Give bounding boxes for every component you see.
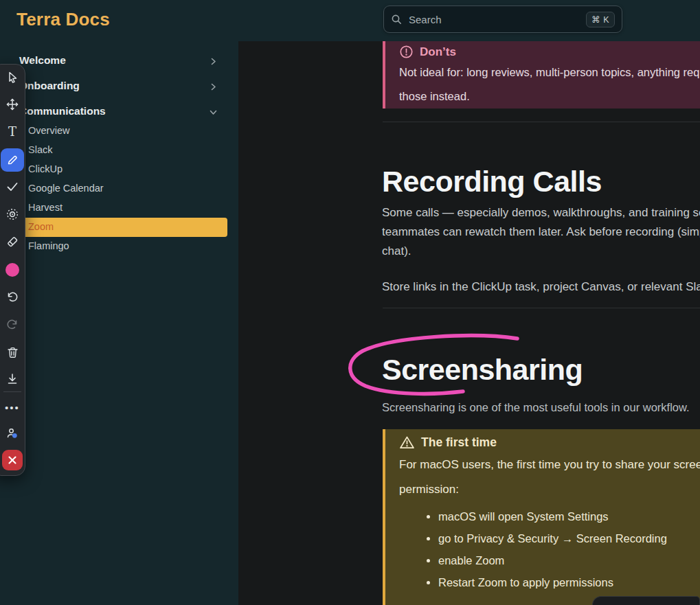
sidebar-item-label: Slack <box>28 144 52 155</box>
first-time-callout-text: permission: <box>399 483 700 495</box>
bullet-icon <box>427 515 430 518</box>
sidebar-item-zoom-active[interactable]: Zoom <box>0 218 227 237</box>
sidebar-item-clickup[interactable]: ClickUp <box>0 160 238 179</box>
recording-paragraph: Some calls — especially demos, walkthrou… <box>382 203 700 261</box>
list-item: enable Zoom <box>399 556 700 565</box>
section-divider <box>383 122 700 122</box>
chevron-down-icon <box>209 108 218 117</box>
bullet-icon <box>427 581 430 584</box>
sidebar-item-label: Communications <box>19 105 106 117</box>
first-time-bullet-list: macOS will open System Settings go to Pr… <box>399 512 700 587</box>
sidebar-item-label: ClickUp <box>28 163 63 174</box>
eraser-icon[interactable] <box>3 232 22 251</box>
download-icon[interactable] <box>3 369 22 389</box>
screensharing-heading: Screensharing <box>382 353 583 387</box>
sidebar-item-overview[interactable]: Overview <box>0 122 238 141</box>
sidebar-item-slack[interactable]: Slack <box>0 141 238 160</box>
section-divider <box>383 308 700 308</box>
checkmark-icon[interactable] <box>3 177 22 196</box>
search-placeholder: Search <box>409 14 586 25</box>
store-links-paragraph: Store links in the ClickUp task, project… <box>382 277 700 297</box>
donts-callout-text: those instead. <box>399 91 700 102</box>
sidebar-item-label: Overview <box>28 125 69 136</box>
sidebar-item-label: Harvest <box>28 202 63 213</box>
redo-icon[interactable] <box>3 315 22 334</box>
pen-icon[interactable] <box>1 148 24 172</box>
paragraph-line: Some calls — especially demos, walkthrou… <box>382 203 700 222</box>
sidebar-item-communications[interactable]: Communications <box>0 104 238 119</box>
sidebar-item-label: Welcome <box>19 54 66 67</box>
sidebar: Welcome Onboarding Communications Overvi… <box>0 41 238 605</box>
text-tool-icon[interactable]: T <box>3 122 22 141</box>
annotation-toolbar: T <box>0 64 25 476</box>
first-time-callout-text: For macOS users, the first time you try … <box>399 459 700 470</box>
list-item: go to Privacy & Security → Screen Record… <box>399 534 700 543</box>
bullet-text: go to Privacy & Security → Screen Record… <box>438 532 667 545</box>
recording-calls-heading: Recording Calls <box>382 165 602 198</box>
bullet-icon <box>427 559 430 562</box>
color-swatch[interactable] <box>3 260 22 279</box>
chevron-right-icon <box>209 82 218 91</box>
sidebar-item-onboarding[interactable]: Onboarding <box>0 79 238 94</box>
more-ellipsis-icon[interactable]: ••• <box>3 398 22 417</box>
paragraph-line: Store links in the ClickUp task, project… <box>382 277 700 297</box>
sidebar-item-flamingo[interactable]: Flamingo <box>0 237 238 256</box>
list-item: Restart Zoom to apply permissions <box>399 578 700 587</box>
alert-circle-icon <box>399 45 414 59</box>
sidebar-item-google-calendar[interactable]: Google Calendar <box>0 179 238 198</box>
screensharing-subtext: Screensharing is one of the most useful … <box>382 401 690 414</box>
bullet-text: Restart Zoom to apply permissions <box>438 576 613 589</box>
select-cursor-icon[interactable] <box>3 67 22 87</box>
list-item: macOS will open System Settings <box>399 512 700 521</box>
bottom-right-popup-edge[interactable] <box>592 596 700 605</box>
close-x-icon[interactable] <box>2 450 23 470</box>
search-input[interactable]: Search ⌘ K <box>383 5 622 33</box>
app-window: Don’ts Not ideal for: long reviews, mult… <box>0 0 700 605</box>
sidebar-item-label: Zoom <box>28 221 54 232</box>
trash-icon[interactable] <box>3 343 22 362</box>
bullet-text: enable Zoom <box>438 554 504 567</box>
donts-callout: Don’ts Not ideal for: long reviews, mult… <box>383 40 700 109</box>
bullet-text: macOS will open System Settings <box>438 510 609 523</box>
donts-callout-title: Don’ts <box>420 45 456 59</box>
chevron-right-icon <box>209 57 218 66</box>
share-user-icon[interactable] <box>3 424 22 443</box>
sidebar-item-label: Onboarding <box>19 80 80 92</box>
donts-callout-text: Not ideal for: long reviews, multi-perso… <box>399 67 700 78</box>
paragraph-line: teammates can rewatch them later. Ask be… <box>382 222 700 242</box>
search-icon <box>391 14 403 25</box>
warning-triangle-icon <box>399 435 415 450</box>
app-title[interactable]: Terra Docs <box>16 9 110 30</box>
paragraph-line: chat). <box>382 242 700 261</box>
search-shortcut-badge: ⌘ K <box>586 12 615 27</box>
sidebar-item-harvest[interactable]: Harvest <box>0 198 238 218</box>
undo-icon[interactable] <box>3 288 22 307</box>
bullet-icon <box>427 537 430 540</box>
top-bar: Terra Docs Search ⌘ K <box>0 0 700 41</box>
toolbar-divider <box>3 391 21 392</box>
spotlight-icon[interactable] <box>3 205 22 224</box>
move-icon[interactable] <box>3 95 22 114</box>
first-time-callout-title: The first time <box>421 435 497 450</box>
sidebar-item-label: Google Calendar <box>28 183 104 194</box>
sidebar-item-label: Flamingo <box>28 240 69 251</box>
sidebar-item-welcome[interactable]: Welcome <box>0 54 238 69</box>
first-time-callout: The first time For macOS users, the firs… <box>383 429 700 605</box>
